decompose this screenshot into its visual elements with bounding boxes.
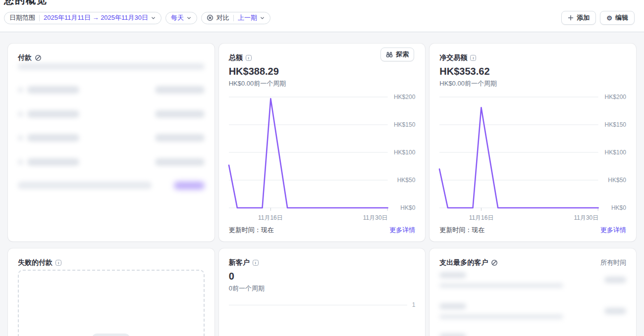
- remove-compare-icon[interactable]: [207, 14, 214, 21]
- redacted-summary-bar: [18, 63, 205, 70]
- divider: [233, 15, 234, 21]
- new-customers-chart: 1: [229, 301, 416, 308]
- gross-volume-chart[interactable]: HK$200HK$150HK$100HK$50HK$011月16日11月30日: [229, 95, 416, 223]
- explore-button[interactable]: 探索: [380, 48, 414, 61]
- updated-text: 更新时间：现在: [439, 226, 484, 235]
- new-customers-previous: 0前一个周期: [229, 284, 416, 293]
- y-axis-label: HK$50: [608, 177, 626, 184]
- failed-payments-title: 失败的付款: [18, 258, 53, 267]
- date-range-label: 日期范围: [9, 13, 35, 22]
- redacted-payments-footer-row: [18, 181, 205, 191]
- interval-filter[interactable]: 每天: [165, 12, 197, 24]
- info-icon[interactable]: [470, 55, 476, 61]
- filter-pills: 日期范围 2025年11月11日 → 2025年11月30日 每天 对比: [4, 12, 270, 24]
- chart-line-0: [229, 98, 388, 208]
- add-button[interactable]: 添加: [561, 11, 596, 25]
- date-range-filter[interactable]: 日期范围 2025年11月11日 → 2025年11月30日: [4, 12, 161, 24]
- new-customers-card: 新客户 0 0前一个周期 1: [219, 248, 426, 336]
- edit-button-label: 编辑: [615, 13, 628, 22]
- more-details-link[interactable]: 更多详情: [600, 226, 626, 235]
- toolbar-actions: 添加 ⚙ 编辑: [561, 11, 635, 25]
- redacted-payments-row: [18, 109, 205, 119]
- info-icon[interactable]: [55, 260, 61, 266]
- date-range-value: 2025年11月11日 → 2025年11月30日: [44, 13, 148, 22]
- y-axis-label: 1: [412, 301, 416, 308]
- new-customers-value: 0: [229, 271, 416, 282]
- y-axis-label: HK$100: [605, 149, 626, 156]
- compare-label: 对比: [216, 13, 229, 22]
- x-axis-label: 11月30日: [574, 214, 598, 222]
- net-volume-previous: HK$0.00前一个周期: [439, 79, 626, 88]
- y-axis-label: HK$200: [605, 94, 626, 100]
- interval-value: 每天: [171, 13, 184, 22]
- y-axis-label: HK$100: [394, 149, 415, 156]
- y-axis-label: HK$50: [397, 177, 416, 184]
- payments-card: 付款: [8, 44, 215, 241]
- plus-icon: [568, 15, 574, 21]
- gear-icon: ⚙: [606, 15, 612, 21]
- net-volume-chart[interactable]: HK$200HK$150HK$100HK$50HK$011月16日11月30日: [439, 95, 626, 223]
- page-title: 您的概览: [4, 0, 48, 7]
- gross-volume-value: HK$388.29: [229, 66, 416, 77]
- net-volume-value: HK$353.62: [439, 66, 626, 77]
- gridline: [229, 305, 407, 305]
- divider: [39, 15, 40, 21]
- chevron-down-icon: [186, 15, 192, 21]
- more-details-link[interactable]: 更多详情: [389, 226, 415, 235]
- net-volume-card: 净交易额 HK$353.62 HK$0.00前一个周期 HK$200HK$150…: [429, 44, 636, 241]
- empty-state-box: [18, 270, 205, 336]
- edit-button[interactable]: ⚙ 编辑: [600, 11, 635, 25]
- y-axis-label: HK$200: [394, 94, 415, 100]
- compare-value: 上一期: [238, 13, 257, 22]
- payments-card-title: 付款: [18, 53, 32, 62]
- dashboard-grid: 付款 探索: [0, 32, 644, 336]
- redacted-payments-row: [18, 157, 205, 167]
- updated-text: 更新时间：现在: [229, 226, 274, 235]
- failed-payments-card: 失败的付款: [8, 248, 215, 336]
- redacted-payments-row: [18, 85, 205, 95]
- chevron-down-icon: [151, 15, 156, 21]
- top-customers-title: 支出最多的客户: [439, 258, 488, 267]
- net-volume-title: 净交易额: [439, 53, 467, 62]
- binoculars-icon: [386, 51, 393, 58]
- new-customers-title: 新客户: [229, 258, 250, 267]
- page-header: 您的概览 日期范围 2025年11月11日 → 2025年11月30日 每天: [0, 0, 644, 32]
- privacy-hidden-icon[interactable]: [35, 54, 42, 61]
- add-button-label: 添加: [577, 13, 590, 22]
- filters-toolbar: 日期范围 2025年11月11日 → 2025年11月30日 每天 对比: [4, 11, 635, 25]
- y-axis-label: HK$0: [611, 204, 626, 211]
- explore-button-label: 探索: [396, 50, 409, 59]
- x-axis-label: 11月30日: [363, 214, 388, 222]
- gross-volume-previous: HK$0.00前一个周期: [229, 79, 416, 88]
- gross-volume-title: 总额: [229, 53, 243, 62]
- empty-state-button[interactable]: [92, 334, 130, 336]
- redacted-payments-row: [18, 133, 205, 143]
- info-icon[interactable]: [246, 55, 252, 61]
- gross-volume-card: 探索 总额 HK$388.29 HK$0.00前一个周期 HK$200HK$15…: [219, 44, 426, 241]
- redacted-link-pill[interactable]: [174, 182, 205, 190]
- info-icon[interactable]: [253, 260, 259, 266]
- y-axis-label: HK$0: [400, 204, 415, 211]
- y-axis-label: HK$150: [605, 121, 626, 128]
- chevron-down-icon: [260, 15, 265, 21]
- privacy-hidden-icon[interactable]: [491, 259, 498, 266]
- top-customers-card: 支出最多的客户 所有时间: [429, 248, 636, 336]
- x-axis-label: 11月16日: [469, 214, 494, 222]
- x-axis-label: 11月16日: [258, 214, 283, 222]
- y-axis-label: HK$150: [394, 121, 415, 128]
- chart-line-1: [439, 107, 598, 208]
- time-range-label: 所有时间: [600, 258, 626, 267]
- compare-filter[interactable]: 对比 上一期: [201, 12, 270, 24]
